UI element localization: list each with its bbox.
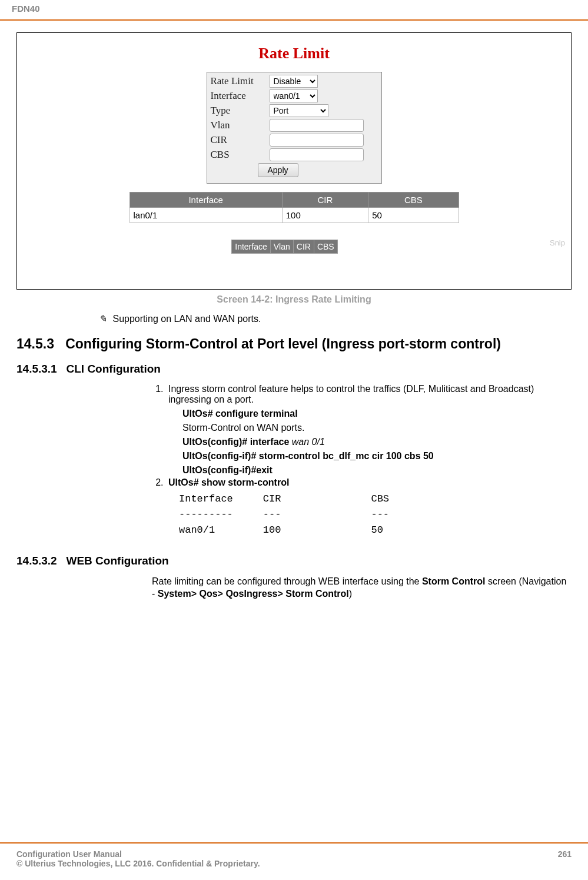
note-line: ✎ Supporting on LAN and WAN ports. [99,313,572,324]
row-vlan: Vlan [211,119,378,132]
page-content: Rate Limit Rate Limit Disable Interface … [0,21,588,600]
cli-storm-control: UltOs(config-if)# storm-control bc_dlf_m… [182,451,572,461]
label-cir: CIR [211,134,270,146]
pencil-icon: ✎ [99,314,107,324]
cell-cir: 100 [282,208,368,223]
type-select[interactable]: Port [270,104,328,117]
page-footer: Configuration User Manual © Ulterius Tec… [0,842,588,868]
cell-interface: lan0/1 [129,208,282,223]
cli-interface-b: wan 0/1 [292,437,325,447]
mini-th-cbs: CBS [314,240,337,254]
sub2-body: Rate limiting can be configured through … [152,576,572,600]
section-heading: 14.5.3 Configuring Storm-Control at Port… [16,336,572,352]
mini-th-interface: Interface [232,240,270,254]
th-interface: Interface [129,192,282,208]
section-number: 14.5.3 [16,336,54,351]
rate-limit-table: Interface CIR CBS lan0/1 100 50 [129,192,459,223]
table-row: lan0/1 100 50 [129,208,459,223]
item1-text: Ingress storm control feature helps to c… [168,384,534,404]
sub1-title: CLI Configuration [67,363,161,375]
sub2-d: System> Qos> QosIngress> Storm Control [158,589,349,599]
section-title: Configuring Storm-Control at Port level … [65,336,501,351]
row-interface: Interface wan0/1 [211,89,378,102]
row-type: Type Port [211,104,378,117]
mini-table: Interface Vlan CIR CBS [231,240,337,254]
cell-cbs: 50 [368,208,459,223]
cli-note: Storm-Control on WAN ports. [182,423,572,433]
item2-text: UltOs# show storm-control [168,477,289,487]
cli-exit: UltOs(config-if)#exit [182,465,572,476]
footer-left: Configuration User Manual © Ulterius Tec… [16,849,260,868]
rate-limit-select[interactable]: Disable [270,75,318,88]
subsection1-heading: 14.5.3.1 CLI Configuration [16,363,572,376]
footer-line1: Configuration User Manual [16,849,260,859]
footer-line2: © Ulterius Technologies, LLC 2016. Confi… [16,859,260,868]
label-cbs: CBS [211,149,270,161]
mini-th-cir: CIR [293,240,314,254]
interface-select[interactable]: wan0/1 [270,89,318,102]
sub2-para: Rate limiting can be configured through … [152,576,572,600]
sub1-list: Ingress storm control feature helps to c… [152,384,572,488]
row-rate-limit: Rate Limit Disable [211,75,378,88]
product-code: FDN40 [12,4,40,14]
page-header: FDN40 [0,0,588,21]
cli-output: Interface CIR CBS --------- --- --- wan0… [179,492,572,538]
label-vlan: Vlan [211,119,270,131]
sub2-number: 14.5.3.2 [16,554,57,567]
sub2-b: Storm Control [422,576,486,586]
vlan-input[interactable] [270,119,364,132]
mini-th-vlan: Vlan [270,240,293,254]
panel-title: Rate Limit [23,45,565,62]
screenshot-figure: Rate Limit Rate Limit Disable Interface … [16,32,572,290]
th-cbs: CBS [368,192,459,208]
row-cbs: CBS [211,148,378,161]
snip-label: Snip [550,238,565,247]
subsection2-heading: 14.5.3.2 WEB Configuration [16,554,572,567]
sub1-body: Ingress storm control feature helps to c… [152,384,572,538]
list-item: UltOs# show storm-control [166,477,572,488]
note-text: Supporting on LAN and WAN ports. [112,314,261,324]
sub2-title: WEB Configuration [67,554,169,567]
cli-configure-terminal: UltOs# configure terminal [182,409,572,419]
th-cir: CIR [282,192,368,208]
sub1-number: 14.5.3.1 [16,363,57,375]
cli-interface: UltOs(config)# interface wan 0/1 [182,437,572,447]
mini-table-wrap: Interface Vlan CIR CBS Snip [23,231,565,254]
apply-button[interactable]: Apply [258,163,298,177]
sub2-e: ) [349,589,352,599]
list-item: Ingress storm control feature helps to c… [166,384,572,476]
sub2-a: Rate limiting can be configured through … [152,576,422,586]
figure-caption: Screen 14-2: Ingress Rate Limiting [16,294,572,305]
cir-input[interactable] [270,134,364,147]
apply-row: Apply [211,163,378,177]
row-cir: CIR [211,134,378,147]
label-interface: Interface [211,90,270,102]
cbs-input[interactable] [270,148,364,161]
rate-limit-form: Rate Limit Disable Interface wan0/1 Type… [207,72,382,184]
label-type: Type [211,105,270,117]
page-number: 261 [558,849,572,868]
label-rate-limit: Rate Limit [211,75,270,87]
cli-interface-a: UltOs(config)# interface [182,437,292,447]
